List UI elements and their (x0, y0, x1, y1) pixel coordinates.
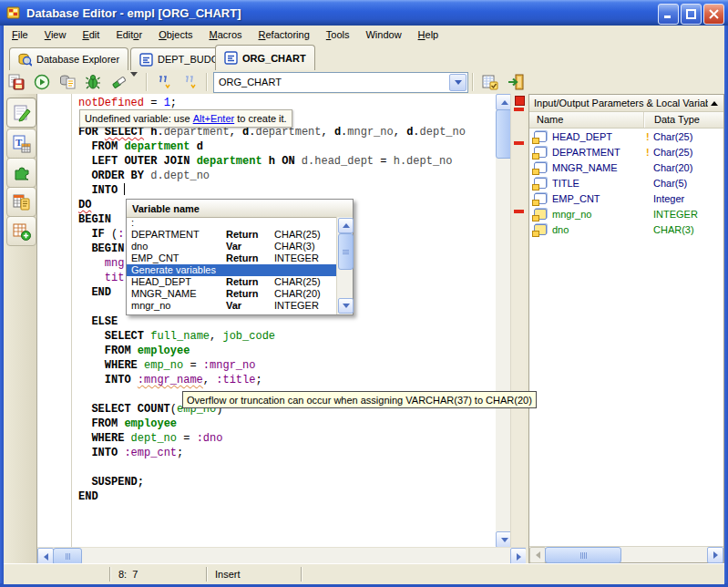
param-row[interactable]: mngr_noINTEGER (529, 206, 723, 221)
menu-macros[interactable]: Macros (200, 26, 250, 43)
alt-enter-link[interactable]: Alt+Enter (193, 113, 235, 124)
close-button[interactable] (703, 4, 724, 25)
popup-item-type: INTEGER (274, 252, 337, 264)
menu-file[interactable]: File (4, 26, 36, 43)
editor-vertical-scrollbar[interactable] (496, 94, 511, 548)
param-row[interactable]: DEPARTMENT!Char(25) (529, 144, 723, 160)
popup-row[interactable]: MNGR_NAMEReturnCHAR(20) (127, 288, 337, 300)
code-token: d.dept_no (150, 170, 210, 182)
minimize-button[interactable] (658, 4, 679, 25)
tab-database-explorer[interactable]: Database Explorer (9, 47, 128, 70)
side-tab-results[interactable]: T (6, 129, 36, 159)
popup-row[interactable]: DEPARTMENTReturnCHAR(25) (127, 229, 337, 241)
menu-help[interactable]: Help (410, 26, 447, 43)
param-name: DEPARTMENT (552, 147, 646, 158)
param-row[interactable]: HEAD_DEPT!Char(25) (529, 129, 723, 144)
side-tab-grid-notes[interactable] (6, 187, 36, 217)
param-row[interactable]: EMP_CNTInteger (529, 191, 723, 206)
scroll-up-button[interactable] (338, 218, 354, 233)
param-row[interactable]: TITLEChar(5) (529, 175, 723, 191)
params-column-header[interactable]: Name Data Type (529, 112, 723, 129)
scroll-thumb[interactable] (338, 233, 354, 270)
code-token: ; (170, 97, 177, 109)
run-button[interactable] (29, 70, 55, 94)
maximize-button[interactable] (681, 4, 702, 25)
code-token: FROM (78, 140, 124, 153)
code-token: ORDER BY (78, 170, 150, 182)
debug-button[interactable] (80, 70, 106, 94)
param-warning-icon: ! (646, 131, 653, 142)
code-token: WHERE (78, 359, 144, 372)
exit-button[interactable] (503, 70, 528, 94)
param-row[interactable]: MNGR_NAMEChar(20) (529, 160, 723, 175)
code-area[interactable]: notDefined = 1; FOR SELECT h.department,… (37, 96, 496, 548)
code-token: SUSPEND; (78, 476, 144, 489)
popup-item-type: CHAR(25) (274, 229, 337, 241)
collapse-panel-button[interactable] (708, 97, 721, 109)
code-token: ELSE (78, 315, 118, 328)
code-line: INTO :emp_cnt; (78, 446, 496, 460)
side-tab-add-grid[interactable] (6, 216, 36, 246)
compile-button[interactable] (55, 70, 80, 94)
code-token: = (177, 432, 197, 445)
param-row[interactable]: dnoCHAR(3) (529, 221, 723, 237)
column-data-type[interactable]: Data Type (644, 112, 723, 128)
scroll-thumb[interactable] (545, 547, 621, 563)
popup-row[interactable]: HEAD_DEPTReturnCHAR(25) (127, 276, 337, 288)
code-token: FROM (78, 417, 124, 430)
object-selector-value: ORG_CHART (219, 77, 282, 88)
popup-item-kind: Return (226, 229, 274, 241)
menu-editor[interactable]: Editor (108, 26, 150, 43)
error-marker[interactable] (514, 108, 524, 111)
popup-scrollbar[interactable] (336, 217, 353, 314)
code-line (78, 460, 496, 475)
status-bar: 8: 7 Insert (4, 563, 724, 584)
tab-org-chart[interactable]: ORG_CHART (215, 45, 315, 70)
column-name[interactable]: Name (529, 112, 644, 128)
menu-tools[interactable]: Tools (318, 26, 358, 43)
param-data-type: INTEGER (653, 209, 698, 220)
code-token: END (78, 490, 98, 503)
error-marker-bar[interactable] (510, 94, 527, 548)
object-selector-combobox[interactable]: ORG_CHART (213, 72, 468, 93)
scroll-down-button[interactable] (338, 298, 354, 314)
popup-row-selected[interactable]: Generate variables (127, 264, 337, 276)
insert-mode-indicator: Insert (208, 569, 301, 580)
combo-dropdown-button[interactable] (449, 74, 467, 91)
menu-refactoring[interactable]: Refactoring (251, 26, 318, 43)
menu-window[interactable]: Window (357, 26, 409, 43)
side-tab-edit[interactable] (6, 98, 36, 128)
code-token: dept_no (131, 432, 177, 445)
editor-horizontal-scrollbar[interactable] (37, 547, 527, 563)
error-marker[interactable] (514, 141, 524, 145)
code-token: d (334, 126, 341, 139)
save-button[interactable] (4, 70, 29, 94)
param-name: HEAD_DEPT (552, 131, 646, 142)
menu-objects[interactable]: Objects (150, 26, 200, 43)
tab-label: ORG_CHART (242, 53, 306, 64)
clear-code-button[interactable] (106, 70, 142, 94)
popup-row[interactable]: EMP_CNTReturnINTEGER (127, 252, 337, 264)
params-horizontal-scrollbar[interactable] (529, 546, 723, 562)
code-editor[interactable]: notDefined = 1; FOR SELECT h.department,… (36, 94, 527, 563)
quote-identifiers-button[interactable] (151, 70, 177, 94)
scroll-right-button[interactable] (707, 547, 723, 563)
popup-item-name: Generate variables (131, 264, 216, 276)
code-token: tit (78, 272, 124, 284)
popup-row[interactable]: dnoVarCHAR(3) (127, 241, 337, 252)
popup-row[interactable]: mngr_noVarINTEGER (127, 300, 337, 312)
validate-button[interactable] (477, 70, 503, 94)
side-tab-plugins[interactable] (6, 158, 36, 188)
code-token: FROM (78, 345, 138, 357)
error-marker[interactable] (514, 210, 524, 213)
code-token: h.dept_no (394, 155, 453, 168)
unquote-identifiers-button[interactable] (177, 70, 202, 94)
popup-row[interactable]: : (127, 217, 337, 229)
menu-edit[interactable]: Edit (74, 26, 108, 43)
scroll-left-button[interactable] (529, 547, 546, 563)
code-token: :title (216, 374, 255, 386)
popup-item-name: HEAD_DEPT (131, 276, 226, 288)
menu-view[interactable]: View (36, 26, 75, 43)
app-window: Database Editor - empl [ORG_CHART] FileV… (0, 0, 728, 587)
popup-item-kind: Var (226, 300, 274, 312)
